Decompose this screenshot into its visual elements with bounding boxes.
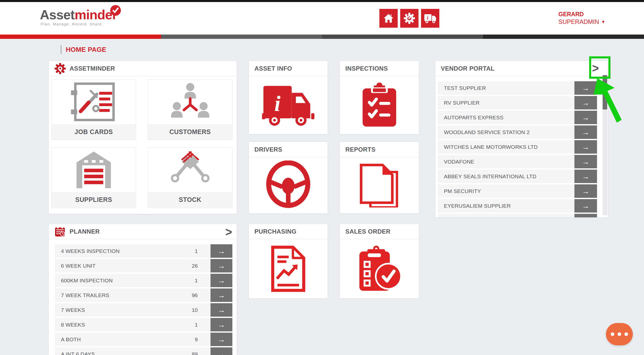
home-icon xyxy=(383,12,394,24)
sales-order-card[interactable]: SALES ORDER xyxy=(340,224,419,299)
drivers-card[interactable]: DRIVERS xyxy=(249,142,328,214)
assetminder-logo[interactable]: Assetminder Plan. Manage. Record. Share. xyxy=(40,8,117,26)
arrow-right-icon: → xyxy=(582,143,590,151)
planner-item-label: A BOTH xyxy=(61,336,81,343)
card-title: INSPECTIONS xyxy=(345,65,388,72)
vendor-row: AUTOPARTS EXPRESS→ xyxy=(438,111,597,124)
planner-open-button[interactable]: → xyxy=(211,333,232,346)
tile-suppliers[interactable]: SUPPLIERS xyxy=(51,147,136,208)
planner-item-label: 7 WEEKS xyxy=(61,307,85,313)
planner-open-button[interactable]: → xyxy=(211,259,232,272)
svg-text:i: i xyxy=(274,91,280,116)
info-truck-icon: i xyxy=(424,13,437,24)
sales-order-card-header: SALES ORDER xyxy=(340,224,419,239)
planner-item-label: 8 WEEKS xyxy=(61,322,85,328)
breadcrumb: HOME PAGE xyxy=(60,45,106,54)
vendor-row: VODAFONE→ xyxy=(438,155,597,168)
vendor-open-button[interactable]: → xyxy=(574,125,597,139)
planner-item-label: 4 WEEKS INSPECTION xyxy=(61,248,120,254)
tile-label: JOB CARDS xyxy=(52,124,136,140)
vendor-name: PM SECURITY xyxy=(438,184,574,198)
progress-segment-red xyxy=(0,35,161,39)
planner-open-button[interactable]: → xyxy=(211,303,232,317)
arrow-right-icon: → xyxy=(582,202,590,210)
planner-expand-button[interactable]: > xyxy=(225,225,232,239)
logo-word-primary: Asset xyxy=(40,7,75,22)
vendor-row: EYERUSALIEM SUPPLIER→ xyxy=(438,199,597,213)
progress-segment-gray1 xyxy=(161,35,322,39)
card-title: ASSETMINDER xyxy=(70,65,115,72)
vendor-name: WITCHES LANE MOTORWORKS LTD xyxy=(438,140,574,154)
customers-icon xyxy=(148,80,232,124)
checkmark-icon xyxy=(110,5,121,16)
home-nav-button[interactable] xyxy=(379,9,398,28)
info-truck-icon: i xyxy=(249,76,328,134)
tile-job-cards[interactable]: JOB CARDS xyxy=(51,79,136,140)
tile-stock[interactable]: STOCK xyxy=(148,147,232,208)
inspections-card-header: INSPECTIONS xyxy=(340,61,419,76)
tile-label: CUSTOMERS xyxy=(148,124,232,140)
card-title: VENDOR PORTAL xyxy=(441,65,494,72)
purchase-document-icon xyxy=(249,239,328,298)
vendor-row: RV SUPPLIER→ xyxy=(438,96,597,109)
vendor-row: WITCHES LANE MOTORWORKS LTD→ xyxy=(438,140,597,154)
asset-info-nav-button[interactable]: i xyxy=(421,9,439,28)
brand-gear-icon xyxy=(54,63,66,74)
page-title: HOME PAGE xyxy=(66,46,106,54)
asset-info-card[interactable]: ASSET INFO i xyxy=(249,61,328,134)
vendor-list: TEST SUPPLIER→ RV SUPPLIER→ AUTOPARTS EX… xyxy=(438,81,597,219)
more-dots-icon xyxy=(624,332,628,336)
vendor-open-button[interactable]: → xyxy=(574,184,597,198)
inspections-card[interactable]: INSPECTIONS xyxy=(340,61,419,134)
vendor-row: WOODLAND SERVICE STATION 2→ xyxy=(438,125,597,139)
more-actions-fab[interactable] xyxy=(606,323,633,345)
top-edge-strip xyxy=(0,0,644,2)
drivers-card-header: DRIVERS xyxy=(249,142,328,157)
purchasing-card[interactable]: PURCHASING xyxy=(249,224,328,299)
planner-open-button[interactable]: → xyxy=(211,274,232,287)
vendor-open-button[interactable]: → xyxy=(574,140,597,154)
arrow-right-icon: → xyxy=(582,113,590,122)
vendor-row: ABBEY SEALS INTERNATIONAL LTD→ xyxy=(438,170,597,183)
card-title: ASSET INFO xyxy=(254,65,292,72)
more-dots-icon xyxy=(611,332,614,336)
logo-wordmark: Assetminder xyxy=(40,8,117,21)
planner-item-count: 1 xyxy=(195,248,204,254)
card-title: SALES ORDER xyxy=(345,228,391,235)
arrow-right-icon: → xyxy=(582,157,590,166)
svg-text:i: i xyxy=(427,15,428,21)
inspection-clipboard-icon xyxy=(340,76,419,134)
planner-calendar-icon xyxy=(54,226,66,237)
settings-gear-icon xyxy=(403,12,415,24)
reports-card[interactable]: REPORTS xyxy=(340,142,419,214)
vendor-open-button[interactable]: → xyxy=(574,170,597,183)
annotation-highlight-box xyxy=(589,56,610,79)
planner-open-button[interactable]: → xyxy=(211,288,232,302)
planner-item-count: 10 xyxy=(192,307,204,313)
tile-customers[interactable]: CUSTOMERS xyxy=(148,79,232,140)
user-menu[interactable]: GERARD SUPERADMIN▼ xyxy=(558,11,605,26)
asset-info-card-header: ASSET INFO xyxy=(249,61,328,76)
progress-segment-dark xyxy=(483,35,644,39)
planner-row: 4 WEEKS INSPECTION1→ xyxy=(55,244,232,258)
planner-open-button[interactable]: → xyxy=(211,318,232,331)
planner-open-button[interactable]: → xyxy=(211,347,232,355)
arrow-right-icon: → xyxy=(582,84,590,92)
vendor-open-button[interactable]: → xyxy=(574,199,597,213)
planner-item-label: 6 WEEK UNIT xyxy=(61,263,95,269)
planner-open-button[interactable]: → xyxy=(211,244,232,258)
arrow-right-icon: → xyxy=(218,320,225,329)
arrow-right-icon: → xyxy=(582,172,590,181)
vendor-open-button[interactable]: → xyxy=(574,155,597,168)
planner-row: 7 WEEK TRAILERS96→ xyxy=(55,288,232,302)
vendor-name: VODAFONE xyxy=(438,155,574,168)
vendor-name: WOODLAND SERVICE STATION 2 xyxy=(438,125,574,139)
arrow-right-icon: → xyxy=(218,306,225,314)
chevron-down-icon: ▼ xyxy=(601,19,605,25)
vendor-row: TEST SUPPLIER→ xyxy=(438,81,597,95)
arrow-right-icon: → xyxy=(218,335,225,344)
settings-nav-button[interactable] xyxy=(400,9,418,28)
arrow-right-icon: → xyxy=(582,99,590,107)
vendor-portal-card: VENDOR PORTAL > TEST SUPPLIER→ RV SUPPLI… xyxy=(435,61,608,218)
arrow-right-icon: → xyxy=(582,128,590,137)
